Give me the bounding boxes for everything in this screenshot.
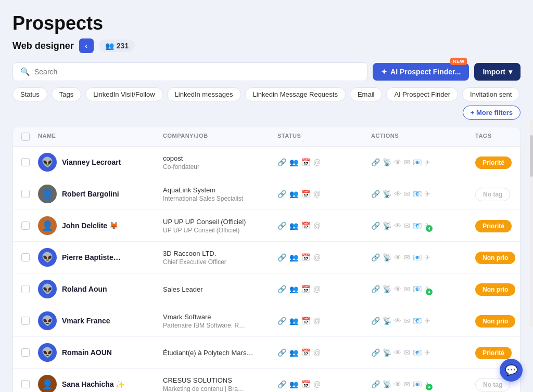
filter-chip-status[interactable]: Status bbox=[12, 87, 47, 101]
company-status-icon[interactable]: 👥 bbox=[289, 253, 298, 262]
chat-button[interactable]: 💬 bbox=[500, 359, 523, 382]
company-status-icon[interactable]: 👥 bbox=[289, 190, 298, 198]
scrollbar-thumb[interactable] bbox=[530, 135, 533, 177]
link-action-icon[interactable]: 🔗 bbox=[371, 253, 380, 262]
calendar-status-icon[interactable]: 📅 bbox=[301, 253, 310, 262]
link-status-icon[interactable]: 🔗 bbox=[277, 221, 286, 230]
send-icon[interactable]: ✈ bbox=[424, 348, 430, 357]
calendar-status-icon[interactable]: 📅 bbox=[301, 285, 310, 293]
select-all-checkbox[interactable] bbox=[21, 133, 30, 141]
company-status-icon[interactable]: 👥 bbox=[289, 380, 298, 388]
envelope-icon[interactable]: 📧 bbox=[413, 190, 422, 198]
eye-icon[interactable]: 👁 bbox=[394, 190, 401, 198]
link-action-icon[interactable]: 🔗 bbox=[371, 285, 380, 293]
tag-cell[interactable]: Priorité bbox=[475, 348, 521, 357]
send-icon[interactable]: ✈4 bbox=[424, 221, 430, 230]
calendar-status-icon[interactable]: 📅 bbox=[301, 348, 310, 357]
mail-icon[interactable]: ✉ bbox=[404, 158, 410, 166]
mail-icon[interactable]: ✉ bbox=[404, 348, 410, 357]
send-icon[interactable]: ✈ bbox=[424, 253, 430, 262]
filter-chip-email[interactable]: Email bbox=[350, 87, 383, 101]
send-icon[interactable]: ✈4 bbox=[424, 285, 430, 293]
filter-chip-linkedin-message-requests[interactable]: Linkedin Message Requests bbox=[245, 87, 346, 101]
link-status-icon[interactable]: 🔗 bbox=[277, 190, 286, 198]
eye-icon[interactable]: 👁 bbox=[394, 158, 401, 166]
row-checkbox-7[interactable] bbox=[21, 380, 30, 388]
link-action-icon[interactable]: 🔗 bbox=[371, 317, 380, 325]
link-status-icon[interactable]: 🔗 bbox=[277, 158, 286, 166]
prospect-name[interactable]: Roland Aoun bbox=[62, 285, 107, 293]
send-icon[interactable]: ✈ bbox=[424, 190, 430, 198]
row-checkbox-2[interactable] bbox=[21, 221, 30, 230]
prospect-name[interactable]: Robert Bargolini bbox=[62, 190, 119, 198]
mail-icon[interactable]: ✉ bbox=[404, 380, 410, 388]
envelope-icon[interactable]: 📧 bbox=[413, 380, 422, 388]
filter-chip-linkedin-messages[interactable]: LinkedIn messages bbox=[167, 87, 241, 101]
eye-icon[interactable]: 👁 bbox=[394, 285, 401, 293]
send-icon[interactable]: ✈ bbox=[424, 158, 430, 166]
link-action-icon[interactable]: 🔗 bbox=[371, 380, 380, 388]
tag-cell[interactable]: Priorité bbox=[475, 221, 521, 230]
signal-icon[interactable]: 📡 bbox=[383, 317, 391, 325]
envelope-icon[interactable]: 📧 bbox=[413, 285, 422, 293]
signal-icon[interactable]: 📡 bbox=[383, 190, 391, 198]
email-status-icon[interactable]: @ bbox=[313, 285, 321, 293]
tag-cell[interactable]: Non prio bbox=[475, 317, 521, 325]
signal-icon[interactable]: 📡 bbox=[383, 380, 391, 388]
tag-cell[interactable]: Priorité bbox=[475, 158, 521, 166]
calendar-status-icon[interactable]: 📅 bbox=[301, 190, 310, 198]
signal-icon[interactable]: 📡 bbox=[383, 348, 391, 357]
company-status-icon[interactable]: 👥 bbox=[289, 348, 298, 357]
mail-icon[interactable]: ✉ bbox=[404, 190, 410, 198]
tag-cell[interactable]: No tag bbox=[475, 190, 521, 198]
search-input[interactable] bbox=[34, 68, 360, 76]
send-icon[interactable]: ✈ bbox=[424, 317, 430, 325]
link-action-icon[interactable]: 🔗 bbox=[371, 221, 380, 230]
prospect-name[interactable]: Sana Hachicha ✨ bbox=[62, 380, 125, 388]
link-status-icon[interactable]: 🔗 bbox=[277, 348, 286, 357]
filter-chip-ai-prospect-finder[interactable]: AI Prospect Finder bbox=[386, 87, 458, 101]
filter-chip-linkedin-visit/follow[interactable]: LinkedIn Visit/Follow bbox=[85, 87, 162, 101]
tag-cell[interactable]: Non prio bbox=[475, 285, 521, 293]
company-status-icon[interactable]: 👥 bbox=[289, 221, 298, 230]
email-status-icon[interactable]: @ bbox=[313, 221, 321, 230]
envelope-icon[interactable]: 📧 bbox=[413, 348, 422, 357]
calendar-status-icon[interactable]: 📅 bbox=[301, 158, 310, 166]
envelope-icon[interactable]: 📧 bbox=[413, 317, 422, 325]
link-status-icon[interactable]: 🔗 bbox=[277, 380, 286, 388]
eye-icon[interactable]: 👁 bbox=[394, 317, 401, 325]
prospect-name[interactable]: Romain AOUN bbox=[62, 348, 112, 357]
signal-icon[interactable]: 📡 bbox=[383, 158, 391, 166]
filter-chip-tags[interactable]: Tags bbox=[52, 87, 81, 101]
tag-cell[interactable]: Non prio bbox=[475, 253, 521, 262]
calendar-status-icon[interactable]: 📅 bbox=[301, 221, 310, 230]
prospect-name[interactable]: Pierre Baptiste… bbox=[62, 253, 121, 262]
row-checkbox-4[interactable] bbox=[21, 285, 30, 293]
company-status-icon[interactable]: 👥 bbox=[289, 317, 298, 325]
link-status-icon[interactable]: 🔗 bbox=[277, 285, 286, 293]
mail-icon[interactable]: ✉ bbox=[404, 285, 410, 293]
signal-icon[interactable]: 📡 bbox=[383, 285, 391, 293]
email-status-icon[interactable]: @ bbox=[313, 253, 321, 262]
row-checkbox-6[interactable] bbox=[21, 348, 30, 357]
prospect-name[interactable]: Vianney Lecroart bbox=[62, 158, 121, 166]
link-action-icon[interactable]: 🔗 bbox=[371, 158, 380, 166]
eye-icon[interactable]: 👁 bbox=[394, 253, 401, 262]
row-checkbox-1[interactable] bbox=[21, 190, 30, 198]
eye-icon[interactable]: 👁 bbox=[394, 348, 401, 357]
email-status-icon[interactable]: @ bbox=[313, 348, 321, 357]
email-status-icon[interactable]: @ bbox=[313, 190, 321, 198]
scrollbar-track[interactable] bbox=[530, 120, 533, 328]
company-status-icon[interactable]: 👥 bbox=[289, 158, 298, 166]
signal-icon[interactable]: 📡 bbox=[383, 221, 391, 230]
filter-chip-invitation-sent[interactable]: Invitation sent bbox=[462, 87, 519, 101]
eye-icon[interactable]: 👁 bbox=[394, 380, 401, 388]
envelope-icon[interactable]: 📧 bbox=[413, 158, 422, 166]
mail-icon[interactable]: ✉ bbox=[404, 253, 410, 262]
prospect-name[interactable]: John Delclite 🦊 bbox=[62, 221, 118, 230]
eye-icon[interactable]: 👁 bbox=[394, 221, 401, 230]
row-checkbox-3[interactable] bbox=[21, 253, 30, 262]
mail-icon[interactable]: ✉ bbox=[404, 221, 410, 230]
link-action-icon[interactable]: 🔗 bbox=[371, 190, 380, 198]
row-checkbox-5[interactable] bbox=[21, 317, 30, 325]
